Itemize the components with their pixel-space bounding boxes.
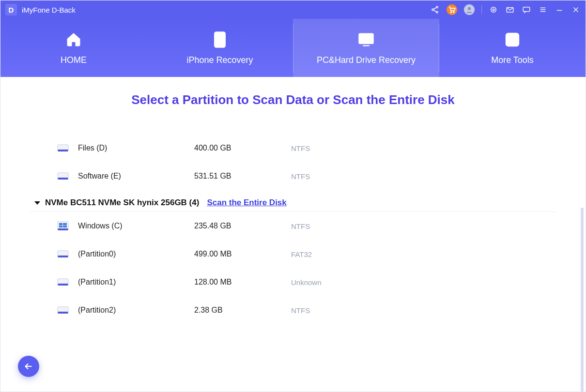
partition-row[interactable]: Software (E) 531.51 GB NTFS — [30, 162, 556, 190]
tab-label: HOME — [61, 55, 87, 65]
tab-iphone-recovery[interactable]: iPhone Recovery — [147, 19, 293, 77]
pc-recovery-icon — [357, 31, 375, 48]
phone-refresh-icon — [213, 31, 227, 48]
home-icon — [64, 31, 83, 48]
svg-point-25 — [511, 39, 513, 41]
drive-icon — [57, 142, 69, 154]
partition-size: 2.38 GB — [194, 306, 291, 315]
partition-size: 400.00 GB — [194, 144, 291, 152]
partition-list: Files (D) 400.00 GB NTFS Software (E) 53… — [30, 134, 556, 381]
svg-rect-36 — [58, 228, 68, 230]
svg-rect-35 — [63, 226, 67, 227]
cart-icon[interactable] — [447, 4, 457, 15]
partition-filesystem: NTFS — [291, 306, 310, 315]
svg-point-8 — [491, 7, 496, 13]
app-title: iMyFone D-Back — [22, 6, 76, 14]
partition-name: Windows (C) — [78, 222, 194, 230]
minimize-icon[interactable] — [555, 5, 564, 15]
svg-rect-34 — [59, 226, 62, 227]
drive-icon — [57, 304, 69, 317]
partition-filesystem: NTFS — [291, 172, 310, 181]
svg-point-24 — [509, 39, 510, 41]
tab-pc-recovery[interactable]: PC&Hard Drive Recovery — [293, 19, 439, 77]
svg-rect-40 — [58, 284, 68, 286]
tab-more-tools[interactable]: More Tools — [439, 19, 586, 77]
partition-size: 128.00 MB — [194, 278, 291, 286]
svg-rect-32 — [59, 223, 62, 225]
drive-icon — [57, 170, 69, 182]
account-icon[interactable] — [464, 4, 475, 15]
drive-icon — [57, 248, 69, 260]
main-navbar: HOME iPhone Recovery PC&Hard Drive Recov… — [0, 19, 586, 77]
chevron-down-icon — [34, 201, 40, 205]
titlebar-right — [430, 4, 581, 15]
windows-drive-icon — [57, 220, 69, 232]
back-button[interactable] — [18, 356, 39, 377]
app-window: D iMyFone D-Back — [0, 0, 586, 392]
svg-rect-38 — [58, 256, 68, 257]
svg-line-4 — [433, 10, 436, 12]
scrollbar[interactable] — [581, 208, 584, 392]
more-tools-icon — [504, 31, 521, 48]
mail-icon[interactable] — [505, 5, 515, 15]
partition-name: Files (D) — [78, 144, 194, 152]
partition-name: Software (E) — [78, 172, 194, 181]
svg-point-1 — [432, 9, 433, 10]
partition-name: (Partition1) — [78, 278, 194, 286]
titlebar-divider — [481, 5, 482, 14]
partition-row[interactable]: (Partition2) 2.38 GB NTFS — [30, 296, 556, 324]
partition-filesystem: NTFS — [291, 144, 310, 152]
feedback-icon[interactable] — [522, 5, 531, 15]
share-icon[interactable] — [430, 5, 440, 15]
svg-point-2 — [436, 12, 438, 13]
partition-filesystem: NTFS — [291, 222, 310, 230]
svg-rect-30 — [58, 178, 68, 180]
main-area: Select a Partition to Scan Data or Scan … — [0, 77, 586, 392]
partition-size: 235.48 GB — [194, 222, 291, 230]
svg-rect-28 — [58, 150, 68, 151]
svg-point-5 — [451, 12, 452, 13]
svg-point-7 — [468, 7, 471, 10]
partition-row[interactable]: (Partition0) 499.00 MB FAT32 — [30, 240, 556, 268]
page-title: Select a Partition to Scan Data or Scan … — [0, 92, 586, 107]
partition-name: (Partition0) — [78, 250, 194, 258]
drive-icon — [57, 276, 69, 288]
svg-point-9 — [493, 9, 494, 11]
svg-point-6 — [453, 12, 454, 13]
partition-row[interactable]: Windows (C) 235.48 GB NTFS — [30, 212, 556, 240]
disk-header[interactable]: NVMe BC511 NVMe SK hynix 256GB (4) Scan … — [30, 194, 556, 212]
partition-size: 531.51 GB — [194, 172, 291, 181]
partition-filesystem: FAT32 — [291, 250, 312, 258]
svg-rect-11 — [523, 7, 530, 12]
svg-rect-33 — [63, 223, 67, 225]
titlebar-left: D iMyFone D-Back — [5, 4, 76, 15]
tab-label: PC&Hard Drive Recovery — [317, 55, 416, 65]
app-logo: D — [5, 4, 17, 15]
svg-line-3 — [433, 8, 436, 10]
scan-entire-disk-link[interactable]: Scan the Entire Disk — [207, 198, 286, 208]
tab-label: More Tools — [491, 55, 534, 65]
partition-name: (Partition2) — [78, 306, 194, 315]
partition-row[interactable]: Files (D) 400.00 GB NTFS — [30, 134, 556, 162]
svg-point-0 — [436, 6, 438, 8]
titlebar: D iMyFone D-Back — [0, 0, 586, 19]
target-icon[interactable] — [489, 5, 498, 15]
partition-row[interactable]: (Partition1) 128.00 MB Unknown — [30, 268, 556, 296]
tab-label: iPhone Recovery — [186, 55, 253, 65]
close-icon[interactable] — [571, 5, 581, 15]
disk-name: NVMe BC511 NVMe SK hynix 256GB (4) — [45, 198, 199, 208]
partition-filesystem: Unknown — [291, 278, 322, 286]
partition-size: 499.00 MB — [194, 250, 291, 258]
menu-icon[interactable] — [538, 5, 548, 15]
svg-point-26 — [514, 39, 516, 41]
tab-home[interactable]: HOME — [0, 19, 147, 77]
svg-rect-42 — [58, 312, 68, 314]
